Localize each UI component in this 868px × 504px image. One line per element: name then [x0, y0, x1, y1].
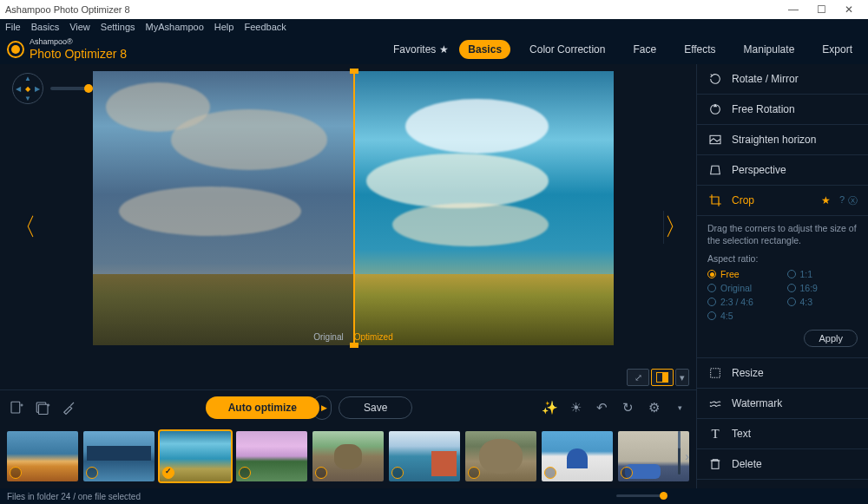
image-compare[interactable]: Original Optimized: [93, 71, 614, 345]
fullscreen-icon[interactable]: ⤢: [627, 369, 649, 386]
ratio-original[interactable]: Original: [707, 283, 779, 293]
thumbnail[interactable]: [542, 431, 613, 481]
tool-text[interactable]: T Text: [697, 419, 868, 449]
split-view-icon[interactable]: [651, 369, 674, 386]
tool-watermark[interactable]: Watermark: [697, 389, 868, 419]
tab-color-correction[interactable]: Color Correction: [521, 40, 614, 59]
compare-slider[interactable]: [353, 71, 355, 345]
delete-icon: [707, 456, 723, 472]
svg-rect-0: [11, 402, 20, 413]
tab-export[interactable]: Export: [813, 40, 861, 59]
minimize-button[interactable]: ―: [779, 0, 807, 19]
brush-icon[interactable]: [59, 398, 78, 417]
tab-manipulate[interactable]: Manipulate: [735, 40, 804, 59]
thumbnail[interactable]: [7, 431, 78, 481]
gear-icon[interactable]: ⚙: [644, 398, 663, 417]
tab-effects[interactable]: Effects: [675, 40, 724, 59]
status-text: Files in folder 24 / one file selected: [7, 492, 141, 501]
ratio-1-1[interactable]: 1:1: [787, 269, 858, 279]
tab-basics[interactable]: Basics: [459, 40, 510, 59]
add-file-icon[interactable]: [7, 398, 26, 417]
tool-perspective[interactable]: Perspective: [697, 155, 868, 186]
brightness-icon[interactable]: ☀: [566, 398, 585, 417]
menu-file[interactable]: File: [5, 22, 21, 32]
preview-area: ▲▼◀▶ 〈 〉: [0, 64, 696, 389]
svg-rect-4: [39, 404, 49, 414]
tool-resize[interactable]: Resize: [697, 358, 868, 389]
window-title: Ashampoo Photo Optimizer 8: [5, 4, 130, 15]
thumbnail[interactable]: [236, 431, 307, 481]
text-icon: T: [707, 426, 723, 442]
prev-image-button[interactable]: 〈: [12, 211, 33, 244]
optimized-image: [353, 71, 614, 345]
thumb-zoom-slider[interactable]: [616, 494, 665, 497]
star-icon[interactable]: ★: [821, 194, 831, 206]
original-image: [93, 71, 353, 345]
maximize-button[interactable]: ☐: [807, 0, 835, 19]
save-button[interactable]: Save: [339, 396, 412, 419]
action-toolbar: Auto optimize ▶ Save ✨ ☀ ↶ ↻ ⚙ ▾: [0, 389, 696, 424]
menu-basics[interactable]: Basics: [31, 22, 59, 32]
logo-icon: [7, 41, 24, 58]
tool-rotate-mirror[interactable]: Rotate / Mirror: [697, 64, 868, 95]
thumbnail[interactable]: [465, 431, 536, 481]
auto-optimize-button[interactable]: Auto optimize: [206, 396, 319, 419]
tool-delete[interactable]: Delete: [697, 449, 868, 480]
aspect-ratio-label: Aspect ratio:: [707, 253, 858, 264]
brand-title: Photo Optimizer 8: [30, 47, 127, 61]
favorites-link[interactable]: Favorites★: [393, 43, 449, 56]
pan-control[interactable]: ▲▼◀▶: [12, 73, 43, 104]
dropdown-view-icon[interactable]: ▾: [675, 369, 689, 386]
compare-labels: Original Optimized: [313, 332, 392, 342]
menu-feedback[interactable]: Feedback: [244, 22, 286, 32]
close-button[interactable]: ✕: [835, 0, 863, 19]
ratio-2-3[interactable]: 2:3 / 4:6: [707, 297, 779, 307]
ratio-16-9[interactable]: 16:9: [787, 283, 858, 293]
wand-icon[interactable]: ✨: [540, 398, 559, 417]
ratio-4-3[interactable]: 4:3: [787, 297, 858, 307]
crop-icon: [707, 193, 723, 208]
dropdown-icon[interactable]: ▾: [670, 398, 689, 417]
ratio-4-5[interactable]: 4:5: [707, 311, 779, 321]
next-image-button[interactable]: 〉: [663, 211, 684, 244]
brand-sub: Ashampoo®: [30, 38, 127, 47]
free-rotation-icon: [707, 101, 723, 117]
tool-crop[interactable]: Crop ★ ?ⓧ: [697, 186, 868, 216]
thumb-scroll-right[interactable]: ›: [685, 449, 689, 463]
svg-marker-9: [711, 166, 720, 173]
undo-icon[interactable]: ↶: [592, 398, 611, 417]
tab-face[interactable]: Face: [624, 40, 665, 59]
window-titlebar: Ashampoo Photo Optimizer 8 ― ☐ ✕: [0, 0, 868, 19]
app-header: Ashampoo® Photo Optimizer 8 Favorites★ B…: [0, 35, 868, 64]
svg-rect-10: [711, 369, 720, 378]
apply-button[interactable]: Apply: [804, 330, 858, 347]
logo: Ashampoo® Photo Optimizer 8: [7, 38, 127, 61]
ratio-free[interactable]: Free: [707, 269, 779, 279]
menu-settings[interactable]: Settings: [101, 22, 135, 32]
right-panel: Rotate / Mirror Free Rotation Straighten…: [696, 64, 868, 488]
close-icon[interactable]: ⓧ: [848, 194, 858, 207]
thumbnail[interactable]: [160, 431, 231, 481]
tool-free-rotation[interactable]: Free Rotation: [697, 95, 868, 125]
rotate-icon: [707, 71, 723, 87]
menu-help[interactable]: Help: [214, 22, 234, 32]
perspective-icon: [707, 162, 723, 178]
redo-icon[interactable]: ↻: [618, 398, 637, 417]
star-icon: ★: [439, 43, 449, 56]
crop-options: Drag the corners to adjust the size of t…: [697, 216, 868, 358]
thumbnail[interactable]: [83, 431, 155, 481]
add-folder-icon[interactable]: [33, 398, 52, 417]
menu-view[interactable]: View: [69, 22, 90, 32]
crop-hint: Drag the corners to adjust the size of t…: [707, 223, 858, 246]
menu-bar: File Basics View Settings MyAshampoo Hel…: [0, 19, 868, 35]
thumbnail[interactable]: [312, 431, 384, 481]
help-icon[interactable]: ?: [839, 194, 845, 207]
thumbnail-strip: ›: [0, 424, 696, 488]
zoom-slider[interactable]: [50, 87, 90, 90]
svg-rect-11: [712, 461, 719, 468]
thumbnail[interactable]: [389, 431, 460, 481]
thumb-vscroll[interactable]: [678, 431, 681, 475]
tool-straighten-horizon[interactable]: Straighten horizon: [697, 125, 868, 155]
menu-myashampoo[interactable]: MyAshampoo: [146, 22, 204, 32]
resize-icon: [707, 365, 723, 381]
